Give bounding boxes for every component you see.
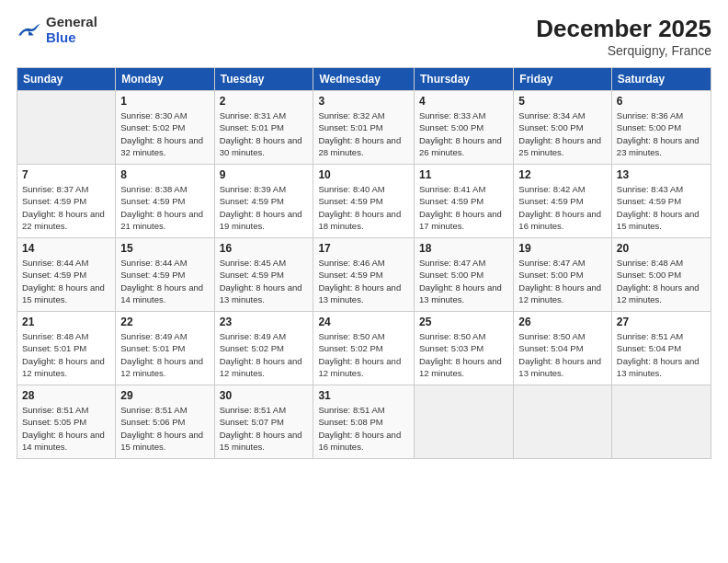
week-row-1: 7Sunrise: 8:37 AMSunset: 4:59 PMDaylight… [17, 165, 711, 238]
day-detail: Sunrise: 8:42 AMSunset: 4:59 PMDaylight:… [518, 183, 607, 232]
week-row-0: 1Sunrise: 8:30 AMSunset: 5:02 PMDaylight… [17, 91, 711, 165]
day-detail: Sunrise: 8:30 AMSunset: 5:02 PMDaylight:… [120, 109, 209, 158]
calendar-body: 1Sunrise: 8:30 AMSunset: 5:02 PMDaylight… [17, 91, 711, 459]
day-number: 4 [419, 95, 508, 108]
day-number: 3 [318, 95, 409, 108]
day-cell: 6Sunrise: 8:36 AMSunset: 5:00 PMDaylight… [611, 91, 711, 165]
day-number: 9 [220, 168, 309, 181]
day-number: 30 [220, 389, 309, 402]
day-number: 29 [120, 389, 209, 402]
day-cell: 9Sunrise: 8:39 AMSunset: 4:59 PMDaylight… [214, 165, 313, 238]
col-header-sunday: Sunday [17, 68, 116, 91]
day-number: 5 [518, 95, 607, 108]
day-number: 7 [22, 168, 110, 181]
day-cell: 30Sunrise: 8:51 AMSunset: 5:07 PMDayligh… [214, 385, 313, 459]
day-cell: 16Sunrise: 8:45 AMSunset: 4:59 PMDayligh… [214, 238, 313, 312]
day-cell: 29Sunrise: 8:51 AMSunset: 5:06 PMDayligh… [116, 385, 214, 459]
day-detail: Sunrise: 8:44 AMSunset: 4:59 PMDaylight:… [22, 257, 110, 305]
day-detail: Sunrise: 8:39 AMSunset: 4:59 PMDaylight:… [220, 183, 309, 232]
day-cell [17, 91, 116, 165]
day-detail: Sunrise: 8:51 AMSunset: 5:04 PMDaylight:… [617, 330, 706, 379]
day-detail: Sunrise: 8:49 AMSunset: 5:02 PMDaylight:… [220, 330, 309, 379]
day-cell: 13Sunrise: 8:43 AMSunset: 4:59 PMDayligh… [611, 165, 711, 238]
logo-text: General Blue [46, 15, 97, 45]
day-number: 19 [518, 242, 607, 255]
day-number: 21 [22, 316, 110, 328]
day-detail: Sunrise: 8:43 AMSunset: 4:59 PMDaylight:… [617, 183, 706, 232]
day-cell: 27Sunrise: 8:51 AMSunset: 5:04 PMDayligh… [611, 312, 711, 385]
day-cell: 1Sunrise: 8:30 AMSunset: 5:02 PMDaylight… [116, 91, 214, 165]
day-detail: Sunrise: 8:50 AMSunset: 5:03 PMDaylight:… [419, 330, 508, 379]
header: General Blue December 2025 Serquigny, Fr… [17, 15, 711, 58]
day-detail: Sunrise: 8:51 AMSunset: 5:06 PMDaylight:… [120, 404, 209, 453]
day-cell: 14Sunrise: 8:44 AMSunset: 4:59 PMDayligh… [17, 238, 116, 312]
week-row-4: 28Sunrise: 8:51 AMSunset: 5:05 PMDayligh… [17, 385, 711, 459]
day-number: 25 [419, 316, 508, 328]
day-number: 16 [220, 242, 309, 255]
day-cell: 3Sunrise: 8:32 AMSunset: 5:01 PMDaylight… [313, 91, 415, 165]
day-cell: 11Sunrise: 8:41 AMSunset: 4:59 PMDayligh… [415, 165, 514, 238]
col-header-monday: Monday [116, 68, 214, 91]
day-number: 26 [518, 316, 607, 328]
title-block: December 2025 Serquigny, France [536, 15, 711, 58]
day-number: 12 [518, 168, 607, 181]
day-cell: 15Sunrise: 8:44 AMSunset: 4:59 PMDayligh… [116, 238, 214, 312]
day-detail: Sunrise: 8:50 AMSunset: 5:04 PMDaylight:… [518, 330, 607, 379]
calendar-title: December 2025 [536, 15, 711, 43]
day-cell: 21Sunrise: 8:48 AMSunset: 5:01 PMDayligh… [17, 312, 116, 385]
calendar-table: SundayMondayTuesdayWednesdayThursdayFrid… [17, 67, 711, 459]
day-number: 11 [419, 168, 508, 181]
day-cell: 23Sunrise: 8:49 AMSunset: 5:02 PMDayligh… [214, 312, 313, 385]
day-detail: Sunrise: 8:49 AMSunset: 5:01 PMDaylight:… [120, 330, 209, 379]
day-cell [611, 385, 711, 459]
logo-icon [17, 20, 42, 40]
day-number: 6 [617, 95, 706, 108]
day-number: 27 [617, 316, 706, 328]
day-number: 2 [220, 95, 309, 108]
day-detail: Sunrise: 8:32 AMSunset: 5:01 PMDaylight:… [318, 109, 409, 158]
day-detail: Sunrise: 8:41 AMSunset: 4:59 PMDaylight:… [419, 183, 508, 232]
day-cell: 8Sunrise: 8:38 AMSunset: 4:59 PMDaylight… [116, 165, 214, 238]
day-number: 15 [120, 242, 209, 255]
logo-general: General [46, 15, 97, 30]
day-number: 8 [120, 168, 209, 181]
day-number: 22 [120, 316, 209, 328]
day-cell: 31Sunrise: 8:51 AMSunset: 5:08 PMDayligh… [313, 385, 415, 459]
col-header-thursday: Thursday [415, 68, 514, 91]
day-detail: Sunrise: 8:34 AMSunset: 5:00 PMDaylight:… [518, 109, 607, 158]
week-row-2: 14Sunrise: 8:44 AMSunset: 4:59 PMDayligh… [17, 238, 711, 312]
calendar-subtitle: Serquigny, France [536, 43, 711, 58]
day-detail: Sunrise: 8:38 AMSunset: 4:59 PMDaylight:… [120, 183, 209, 232]
day-detail: Sunrise: 8:33 AMSunset: 5:00 PMDaylight:… [419, 109, 508, 158]
day-cell: 4Sunrise: 8:33 AMSunset: 5:00 PMDaylight… [415, 91, 514, 165]
day-cell: 12Sunrise: 8:42 AMSunset: 4:59 PMDayligh… [514, 165, 612, 238]
day-cell: 19Sunrise: 8:47 AMSunset: 5:00 PMDayligh… [514, 238, 612, 312]
day-detail: Sunrise: 8:48 AMSunset: 5:01 PMDaylight:… [22, 330, 110, 379]
day-cell: 10Sunrise: 8:40 AMSunset: 4:59 PMDayligh… [313, 165, 415, 238]
col-header-saturday: Saturday [611, 68, 711, 91]
day-cell: 26Sunrise: 8:50 AMSunset: 5:04 PMDayligh… [514, 312, 612, 385]
main-container: General Blue December 2025 Serquigny, Fr… [0, 0, 728, 563]
day-cell: 24Sunrise: 8:50 AMSunset: 5:02 PMDayligh… [313, 312, 415, 385]
day-cell: 18Sunrise: 8:47 AMSunset: 5:00 PMDayligh… [415, 238, 514, 312]
day-cell: 25Sunrise: 8:50 AMSunset: 5:03 PMDayligh… [415, 312, 514, 385]
day-detail: Sunrise: 8:46 AMSunset: 4:59 PMDaylight:… [318, 257, 409, 305]
logo-blue: Blue [46, 30, 97, 46]
day-cell: 28Sunrise: 8:51 AMSunset: 5:05 PMDayligh… [17, 385, 116, 459]
col-header-friday: Friday [514, 68, 612, 91]
day-number: 20 [617, 242, 706, 255]
week-row-3: 21Sunrise: 8:48 AMSunset: 5:01 PMDayligh… [17, 312, 711, 385]
day-detail: Sunrise: 8:47 AMSunset: 5:00 PMDaylight:… [419, 257, 508, 305]
day-detail: Sunrise: 8:50 AMSunset: 5:02 PMDaylight:… [318, 330, 409, 379]
day-number: 10 [318, 168, 409, 181]
day-number: 23 [220, 316, 309, 328]
logo: General Blue [17, 15, 97, 45]
day-detail: Sunrise: 8:45 AMSunset: 4:59 PMDaylight:… [220, 257, 309, 305]
day-number: 17 [318, 242, 409, 255]
day-detail: Sunrise: 8:37 AMSunset: 4:59 PMDaylight:… [22, 183, 110, 232]
day-cell: 22Sunrise: 8:49 AMSunset: 5:01 PMDayligh… [116, 312, 214, 385]
day-cell: 20Sunrise: 8:48 AMSunset: 5:00 PMDayligh… [611, 238, 711, 312]
day-number: 18 [419, 242, 508, 255]
day-number: 24 [318, 316, 409, 328]
day-detail: Sunrise: 8:40 AMSunset: 4:59 PMDaylight:… [318, 183, 409, 232]
